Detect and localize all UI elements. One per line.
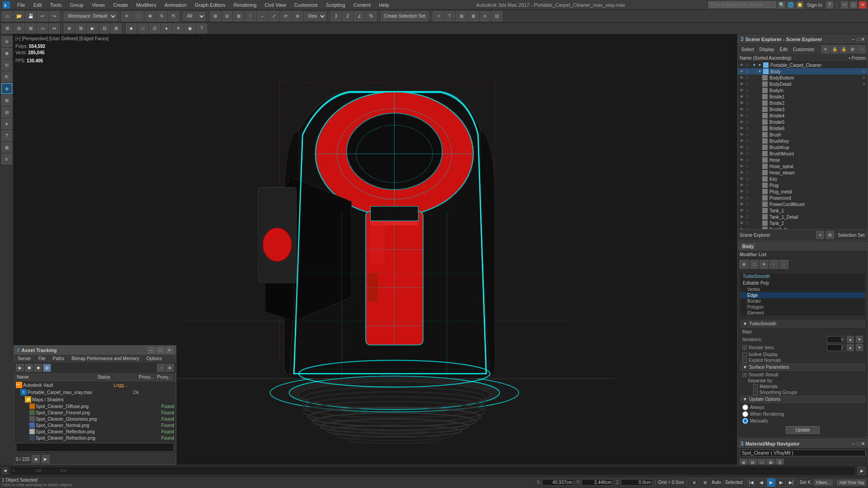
list-item[interactable]: 👁□ Brush	[738, 131, 868, 138]
timeline-track[interactable]: 0 100 200	[10, 466, 855, 475]
ts-surface-header[interactable]: ▼ Surface Parameters	[741, 363, 865, 371]
se-bottom-icon1[interactable]: ≡	[816, 231, 824, 239]
lt-active[interactable]: ⊕	[1, 83, 12, 94]
list-item[interactable]: 👁□ BrushKup	[738, 144, 868, 150]
ts-always-radio[interactable]	[742, 404, 748, 410]
se-icon-1[interactable]: ✕	[821, 45, 830, 53]
ts-update-header[interactable]: ▼ Update Options	[741, 395, 865, 403]
btn-render2[interactable]: ■	[126, 23, 137, 33]
list-item[interactable]: 👁□ Bristle4	[738, 113, 868, 119]
mat-icon-1[interactable]: ⊞	[740, 459, 748, 465]
asset-menu-paths[interactable]: Paths	[49, 355, 68, 362]
btn-maximize[interactable]: □	[850, 1, 857, 9]
lt-move[interactable]: ✥	[1, 48, 12, 59]
ts-render-up[interactable]: ▲	[847, 344, 854, 351]
list-item[interactable]: Spot_Cleaner_Fresnel.png Found	[14, 409, 176, 416]
asset-menu-server[interactable]: Server	[14, 355, 34, 362]
lt-cam[interactable]: ⊟	[1, 107, 12, 117]
status-icon-2[interactable]: ⊞	[701, 478, 710, 487]
menu-create[interactable]: Create	[109, 1, 132, 9]
se-display[interactable]: Display	[758, 47, 776, 52]
ts-sg-check[interactable]	[753, 390, 758, 395]
btn-tool-4[interactable]: ↕	[245, 11, 256, 21]
menu-edit[interactable]: Edit	[30, 1, 46, 9]
at-btn-2[interactable]: ⏹	[25, 364, 33, 372]
list-item[interactable]: 👁□ Bristle6	[738, 125, 868, 131]
se-icon-2[interactable]: 🔒	[830, 45, 839, 53]
btn-layer[interactable]: ≡	[480, 11, 491, 21]
asset-next-frame[interactable]: ▶	[42, 455, 50, 463]
btn-close[interactable]: ✕	[859, 1, 866, 9]
mat-close[interactable]: ✕	[861, 441, 865, 447]
ts-iter-up[interactable]: ▲	[847, 336, 854, 343]
mod-icon-5[interactable]: ↓	[779, 260, 788, 269]
list-item[interactable]: 👁□ Bristle5	[738, 119, 868, 125]
btn-camera[interactable]: ◉	[184, 23, 195, 33]
menu-modifiers[interactable]: Modifiers	[132, 1, 160, 9]
at-btn-right1[interactable]: →	[157, 364, 165, 372]
search-input[interactable]	[708, 1, 776, 8]
lt-help3[interactable]: ?	[1, 130, 12, 141]
list-item[interactable]: ☁ Autodesk Vault Logg...	[14, 381, 176, 389]
asset-menu-options[interactable]: Options	[143, 355, 165, 362]
workspace-dropdown[interactable]: Workspace: Default	[64, 12, 117, 21]
menu-tools[interactable]: Tools	[47, 1, 66, 9]
se-edit[interactable]: Edit	[778, 47, 789, 52]
btn-search[interactable]: 🔍	[778, 1, 785, 9]
scene-restore[interactable]: □	[857, 37, 860, 42]
list-item[interactable]: 👁□ Hose	[738, 157, 868, 163]
asset-menu-bitmap[interactable]: Bitmap Performance and Memory	[68, 355, 143, 362]
btn-ribbon[interactable]: ⊟	[491, 11, 502, 21]
menu-rendering[interactable]: Rendering	[230, 1, 260, 9]
menu-civil-view[interactable]: Civil View	[261, 1, 289, 9]
list-item[interactable]: 👁□ Hose_spiral	[738, 163, 868, 169]
ts-manually-radio[interactable]	[742, 418, 748, 424]
asset-prev-frame[interactable]: ◀	[32, 455, 40, 463]
list-item[interactable]: 👁□ Powercord	[738, 195, 868, 201]
list-item[interactable]: 👁 □ ▼ ▼ Portable_Carpet_Cleaner	[738, 62, 868, 68]
modifier-border[interactable]: Border	[740, 298, 865, 304]
btn-save[interactable]: 💾	[25, 11, 36, 21]
ts-section-header[interactable]: ▼ TurboSmooth	[741, 320, 865, 328]
lt-view[interactable]: ⊞	[1, 95, 12, 106]
btn-help2[interactable]: ?	[196, 23, 207, 33]
list-item[interactable]: 👁□ Tank_2	[738, 220, 868, 226]
z-input[interactable]	[621, 479, 652, 486]
at-btn-1[interactable]: ▶	[16, 364, 24, 372]
btn-tool-5[interactable]: ↔	[257, 11, 268, 21]
menu-graph-editors[interactable]: Graph Editors	[191, 1, 229, 9]
btn-snap-3d[interactable]: 3	[330, 11, 341, 21]
list-item[interactable]: 👁□ Bristle2	[738, 100, 868, 106]
btn-network[interactable]: 🌐	[787, 1, 794, 9]
pb-prev[interactable]: ◀	[757, 478, 766, 487]
btn-tool-6[interactable]: ⤢	[269, 11, 279, 21]
list-item[interactable]: 👁□ Key	[738, 176, 868, 182]
menu-views[interactable]: Views	[88, 1, 108, 9]
menu-file[interactable]: File	[14, 1, 29, 9]
list-item[interactable]: 👁□ Hose_steam	[738, 169, 868, 176]
pb-start[interactable]: |◀	[747, 478, 756, 487]
scene-close[interactable]: ✕	[861, 37, 865, 42]
btn-tool-8[interactable]: ⊕	[292, 11, 303, 21]
btn-utilities[interactable]: ⊠	[111, 23, 122, 33]
timeline-btn-1[interactable]: ◀	[2, 468, 8, 474]
lt-rotate[interactable]: ↻	[1, 60, 12, 70]
list-item[interactable]: 3 Portable_Carpet_max_vray.max Ok	[14, 389, 176, 396]
list-item[interactable]: 👁□ BrushMount	[738, 150, 868, 157]
btn-question[interactable]: ?	[826, 1, 833, 9]
btn-tool-3[interactable]: ⊠	[233, 11, 244, 21]
mat-name-input[interactable]	[740, 450, 866, 456]
btn-create-sel[interactable]: Create Selection Set	[381, 11, 429, 21]
btn-light[interactable]: ☀	[173, 23, 184, 33]
asset-close[interactable]: ✕	[166, 347, 173, 353]
btn-undo[interactable]: ↩	[37, 11, 48, 21]
mat-icon-2[interactable]: ⊟	[749, 459, 757, 465]
ts-iter-input[interactable]	[827, 336, 845, 343]
scene-minimize[interactable]: ─	[852, 37, 855, 42]
lt-select[interactable]: ✛	[1, 36, 12, 47]
ts-isoline-check[interactable]	[742, 352, 747, 357]
modifier-turbosm[interactable]: TurboSmooth	[740, 273, 865, 280]
list-item[interactable]: 👁□ Bristle3	[738, 106, 868, 113]
se-customize[interactable]: Customize	[791, 47, 816, 52]
btn-scale[interactable]: ⇱	[168, 11, 179, 21]
